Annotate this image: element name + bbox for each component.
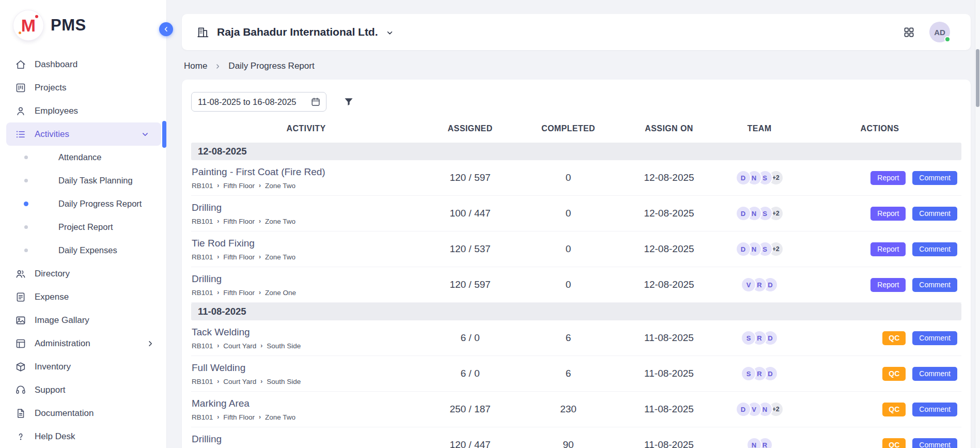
sidebar-item-support[interactable]: Support [0, 378, 166, 401]
sidebar-item-label: Activities [35, 129, 69, 140]
location-path-part: RB101 [192, 413, 213, 421]
report-button[interactable]: Report [870, 242, 906, 256]
row-actions: ReportComment [798, 171, 961, 185]
sidebar-subitem-label: Daily Task Planning [58, 176, 133, 186]
breadcrumb-item[interactable]: Home [184, 61, 207, 71]
filter-row: 11-08-2025 to 16-08-2025 [191, 89, 961, 120]
assigned-value: 250 / 187 [421, 404, 519, 415]
team-avatar: D [736, 241, 751, 257]
column-header-activity: ACTIVITY [191, 124, 421, 133]
activity-title: Drilling [192, 202, 416, 213]
company-name: Raja Bahadur International Ltd. [217, 26, 378, 38]
directory-icon [15, 268, 26, 280]
assign-on-value: 12-08-2025 [617, 208, 721, 219]
vertical-scrollbar[interactable] [975, 0, 980, 448]
sidebar-item-employees[interactable]: Employees [0, 99, 166, 122]
sidebar-subitem-daily-progress-report[interactable]: Daily Progress Report [0, 192, 166, 215]
assigned-value: 120 / 537 [421, 243, 519, 255]
qc-button[interactable]: QC [882, 438, 906, 448]
team-avatars: DNS+2 [721, 206, 798, 221]
location-path-part: RB101 [192, 289, 213, 297]
row-actions: ReportComment [798, 207, 961, 221]
brand-logo-icon: M [13, 10, 43, 40]
location-path-part: Zone Two [265, 218, 295, 225]
team-avatar: N [746, 437, 762, 448]
activity-title: Marking Area [192, 398, 416, 409]
sidebar-item-help-desk[interactable]: Help Desk [0, 425, 166, 448]
calendar-icon [310, 97, 321, 107]
online-status-dot [944, 36, 951, 42]
administration-icon [15, 338, 26, 349]
sidebar-subitem-project-report[interactable]: Project Report [0, 215, 166, 239]
comment-button[interactable]: Comment [912, 242, 957, 256]
comment-button[interactable]: Comment [912, 278, 957, 292]
location-path-part: South Side [267, 342, 301, 350]
sidebar-item-projects[interactable]: Projects [0, 76, 166, 99]
sidebar-item-image-gallary[interactable]: Image Gallary [0, 308, 166, 332]
qc-button[interactable]: QC [882, 367, 906, 381]
apps-grid-icon[interactable] [903, 26, 915, 38]
assign-on-value: 12-08-2025 [617, 279, 721, 290]
chevron-right-icon [214, 63, 222, 70]
helpdesk-icon [15, 431, 26, 442]
assign-on-value: 12-08-2025 [617, 243, 721, 255]
report-button[interactable]: Report [870, 207, 906, 221]
comment-button[interactable]: Comment [912, 438, 957, 448]
column-header-completed: COMPLETED [519, 124, 617, 133]
report-button[interactable]: Report [870, 278, 906, 292]
qc-button[interactable]: QC [882, 403, 906, 416]
sidebar-item-documentation[interactable]: Documentation [0, 401, 166, 425]
breadcrumb-item[interactable]: Daily Progress Report [228, 61, 314, 71]
completed-value: 6 [519, 332, 617, 344]
activity-location-path: RB101›Fifth Floor›Zone Two [192, 218, 416, 225]
activity-location-path: RB101›Court Yard›South Side [192, 378, 416, 385]
team-avatar: D [736, 206, 751, 221]
sidebar-subitem-daily-expenses[interactable]: Daily Expenses [0, 239, 166, 262]
expense-icon [15, 291, 26, 303]
date-range-input[interactable]: 11-08-2025 to 16-08-2025 [191, 92, 326, 112]
chevron-right-icon: › [259, 414, 261, 420]
user-avatar[interactable]: AD [929, 22, 950, 42]
sidebar-item-directory[interactable]: Directory [0, 262, 166, 285]
company-selector[interactable]: Raja Bahadur International Ltd. [217, 26, 395, 38]
comment-button[interactable]: Comment [912, 207, 957, 221]
completed-value: 6 [519, 368, 617, 379]
chevron-right-icon: › [217, 343, 219, 349]
scrollbar-thumb[interactable] [976, 49, 979, 107]
row-actions: ReportComment [798, 242, 961, 256]
comment-button[interactable]: Comment [912, 331, 957, 345]
team-avatars: DNS+2 [721, 170, 798, 186]
row-actions: QCComment [798, 331, 961, 345]
location-path-part: RB101 [192, 342, 213, 350]
sidebar-item-inventory[interactable]: Inventory [0, 355, 166, 378]
report-button[interactable]: Report [870, 171, 906, 185]
table-row: Tack WeldingRB101›Court Yard›South Side6… [191, 320, 961, 356]
main-area: Raja Bahadur International Ltd. AD [167, 0, 975, 448]
sidebar-item-administration[interactable]: Administration [0, 332, 166, 355]
app-name: PMS [51, 16, 86, 35]
bullet-icon [23, 249, 28, 252]
sidebar-subitem-daily-task-planning[interactable]: Daily Task Planning [0, 169, 166, 192]
qc-button[interactable]: QC [882, 331, 906, 345]
sidebar-nav: DashboardProjectsEmployeesActivitiesAtte… [0, 48, 166, 448]
group-date-row: 11-08-2025 [191, 303, 961, 320]
chevron-right-icon [146, 339, 155, 348]
location-path-part: Court Yard [223, 342, 256, 350]
sidebar-item-expense[interactable]: Expense [0, 285, 166, 308]
assigned-value: 120 / 597 [421, 172, 519, 183]
filter-icon[interactable] [343, 96, 354, 107]
team-avatars: DNS+2 [721, 241, 798, 257]
topbar: Raja Bahadur International Ltd. AD [182, 14, 971, 50]
sidebar-item-dashboard[interactable]: Dashboard [0, 53, 166, 76]
sidebar-subitem-attendance[interactable]: Attendance [0, 146, 166, 169]
comment-button[interactable]: Comment [912, 171, 957, 185]
bullet-icon [23, 156, 28, 159]
brand-logo[interactable]: M PMS [0, 0, 166, 48]
team-avatar: S [741, 330, 756, 346]
chevron-right-icon: › [217, 289, 219, 296]
sidebar-item-activities[interactable]: Activities [6, 122, 161, 146]
column-header-actions: ACTIONS [798, 124, 961, 133]
comment-button[interactable]: Comment [912, 403, 957, 416]
comment-button[interactable]: Comment [912, 367, 957, 381]
sidebar-collapse-button[interactable] [159, 22, 173, 36]
